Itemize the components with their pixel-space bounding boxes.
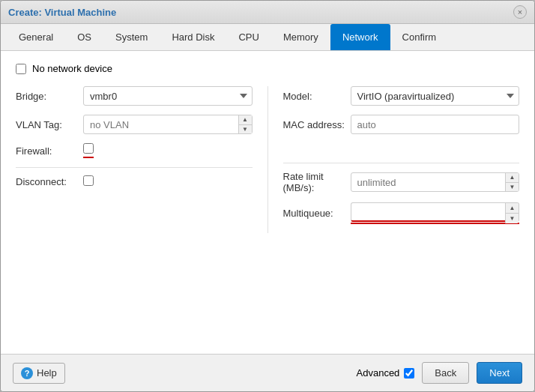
tab-bar: General OS System Hard Disk CPU Memory N… <box>1 24 534 51</box>
next-button[interactable]: Next <box>477 362 522 384</box>
model-control: VirtIO (paravirtualized) <box>351 86 520 106</box>
window: Create: Virtual Machine × General OS Sys… <box>0 0 535 392</box>
rate-limit-control: ▲ ▼ <box>351 172 520 192</box>
vlan-increment[interactable]: ▲ <box>239 115 252 125</box>
model-select[interactable]: VirtIO (paravirtualized) <box>351 86 520 106</box>
rate-limit-increment[interactable]: ▲ <box>506 173 519 183</box>
mac-row: MAC address: <box>283 115 520 134</box>
tab-memory[interactable]: Memory <box>271 24 330 50</box>
disconnect-row: Disconnect: <box>16 175 253 188</box>
content-area: No network device Bridge: vmbr0 VLAN Tag… <box>1 51 534 354</box>
model-row: Model: VirtIO (paravirtualized) <box>283 86 520 106</box>
bridge-select[interactable]: vmbr0 <box>83 86 253 106</box>
back-button[interactable]: Back <box>422 362 469 384</box>
close-button[interactable]: × <box>513 5 527 19</box>
tab-general[interactable]: General <box>7 24 65 50</box>
window-title: Create: Virtual Machine <box>8 7 116 18</box>
mac-label: MAC address: <box>283 119 351 130</box>
advanced-label: Advanced <box>357 367 400 379</box>
model-label: Model: <box>283 91 351 102</box>
tab-confirm[interactable]: Confirm <box>390 24 449 50</box>
no-network-label: No network device <box>32 63 112 74</box>
rate-limit-label: Rate limit (MB/s): <box>283 171 351 193</box>
disconnect-control <box>83 175 253 188</box>
vlan-control: ▲ ▼ <box>83 115 253 134</box>
footer-left: ? Help <box>13 363 65 384</box>
advanced-checkbox[interactable] <box>404 368 414 379</box>
tab-network[interactable]: Network <box>330 24 390 50</box>
disconnect-label: Disconnect: <box>16 176 83 187</box>
rate-limit-spinner: ▲ ▼ <box>505 173 519 191</box>
no-network-checkbox[interactable] <box>16 64 26 74</box>
multiqueue-input[interactable]: 8 <box>351 202 520 222</box>
help-icon: ? <box>21 367 33 379</box>
bridge-control: vmbr0 <box>83 86 253 106</box>
footer: ? Help Advanced Back Next <box>1 354 534 391</box>
multiqueue-increment[interactable]: ▲ <box>506 203 519 214</box>
firewall-checkbox[interactable] <box>83 143 94 154</box>
multiqueue-label: Multiqueue: <box>283 208 351 219</box>
footer-right: Advanced Back Next <box>357 362 522 384</box>
tab-cpu[interactable]: CPU <box>226 24 270 50</box>
multiqueue-spinner: ▲ ▼ <box>505 203 519 223</box>
firewall-label: Firewall: <box>16 145 83 157</box>
tab-hard-disk[interactable]: Hard Disk <box>160 24 226 50</box>
vlan-label: VLAN Tag: <box>16 119 83 130</box>
rate-limit-input[interactable] <box>351 172 520 192</box>
multiqueue-row: Multiqueue: 8 ▲ ▼ <box>283 202 520 224</box>
firewall-control <box>83 143 253 158</box>
mac-input[interactable] <box>351 115 520 134</box>
bridge-label: Bridge: <box>16 91 83 102</box>
vlan-decrement[interactable]: ▼ <box>239 125 252 134</box>
vlan-row: VLAN Tag: ▲ ▼ <box>16 115 253 134</box>
disconnect-checkbox[interactable] <box>83 175 94 186</box>
multiqueue-control: 8 ▲ ▼ <box>351 202 520 224</box>
no-network-row: No network device <box>16 63 519 74</box>
advanced-section: Advanced <box>357 367 415 379</box>
title-bar: Create: Virtual Machine × <box>1 1 534 24</box>
tab-os[interactable]: OS <box>65 24 103 50</box>
mac-control <box>351 115 520 134</box>
bridge-row: Bridge: vmbr0 <box>16 86 253 106</box>
firewall-row: Firewall: <box>16 143 253 158</box>
help-button[interactable]: ? Help <box>13 363 65 384</box>
vlan-input[interactable] <box>83 115 253 134</box>
help-label: Help <box>37 367 57 379</box>
tab-system[interactable]: System <box>103 24 160 50</box>
rate-limit-row: Rate limit (MB/s): ▲ ▼ <box>283 171 520 193</box>
multiqueue-decrement[interactable]: ▼ <box>506 214 519 223</box>
rate-limit-decrement[interactable]: ▼ <box>506 183 519 192</box>
vlan-spinner-arrows: ▲ ▼ <box>238 115 252 133</box>
